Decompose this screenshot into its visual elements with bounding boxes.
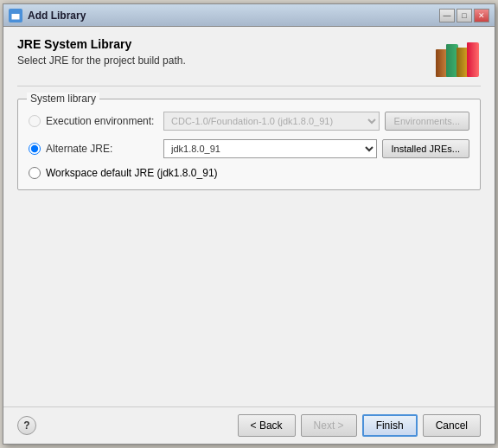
title-bar-left: Add Library (9, 9, 86, 22)
workspace-default-radio[interactable] (29, 167, 41, 179)
header-text: JRE System Library Select JRE for the pr… (17, 37, 186, 67)
maximize-button[interactable]: □ (456, 9, 472, 22)
minimize-button[interactable]: — (439, 9, 455, 22)
execution-environment-label: Execution environment: (46, 115, 158, 127)
group-label: System library (27, 93, 99, 105)
execution-environment-combo-wrapper: CDC-1.0/Foundation-1.0 (jdk1.8.0_91) Env… (163, 112, 469, 131)
help-button[interactable]: ? (17, 416, 36, 435)
alternate-jre-row: Alternate JRE: jdk1.8.0_91 Installed JRE… (29, 139, 469, 158)
next-button[interactable]: Next > (301, 414, 357, 437)
execution-environment-select[interactable]: CDC-1.0/Foundation-1.0 (jdk1.8.0_91) (163, 112, 380, 131)
svg-rect-0 (11, 13, 20, 20)
back-button[interactable]: < Back (238, 414, 296, 437)
system-library-group: System library Execution environment: CD… (17, 99, 481, 190)
dialog-title: Add Library (28, 10, 86, 22)
alternate-jre-label: Alternate JRE: (46, 143, 158, 155)
header-section: JRE System Library Select JRE for the pr… (17, 37, 481, 86)
installed-jres-button[interactable]: Installed JREs... (382, 139, 469, 158)
execution-environment-radio[interactable] (29, 115, 41, 127)
svg-rect-1 (11, 11, 20, 14)
dialog-icon (9, 9, 22, 22)
close-button[interactable]: ✕ (474, 9, 489, 22)
page-subtitle: Select JRE for the project build path. (17, 54, 186, 67)
alternate-jre-radio[interactable] (29, 143, 41, 155)
footer: ? < Back Next > Finish Cancel (3, 406, 495, 444)
title-bar: Add Library — □ ✕ (3, 4, 495, 27)
environments-button[interactable]: Environments... (385, 112, 469, 131)
workspace-default-label: Workspace default JRE (jdk1.8.0_91) (46, 167, 218, 179)
book-4 (467, 42, 479, 77)
dialog-content: JRE System Library Select JRE for the pr… (3, 27, 495, 406)
workspace-default-row: Workspace default JRE (jdk1.8.0_91) (29, 167, 469, 179)
footer-left: ? (17, 416, 36, 435)
finish-button[interactable]: Finish (362, 414, 418, 437)
add-library-dialog: Add Library — □ ✕ JRE System Library Sel… (3, 3, 495, 445)
cancel-button[interactable]: Cancel (423, 414, 481, 437)
title-bar-buttons: — □ ✕ (439, 9, 489, 22)
execution-environment-row: Execution environment: CDC-1.0/Foundatio… (29, 112, 469, 131)
alternate-jre-select[interactable]: jdk1.8.0_91 (163, 139, 377, 158)
footer-buttons: < Back Next > Finish Cancel (238, 414, 481, 437)
page-title: JRE System Library (17, 37, 186, 51)
alternate-jre-combo-wrapper: jdk1.8.0_91 Installed JREs... (163, 139, 469, 158)
books-icon (436, 37, 481, 77)
